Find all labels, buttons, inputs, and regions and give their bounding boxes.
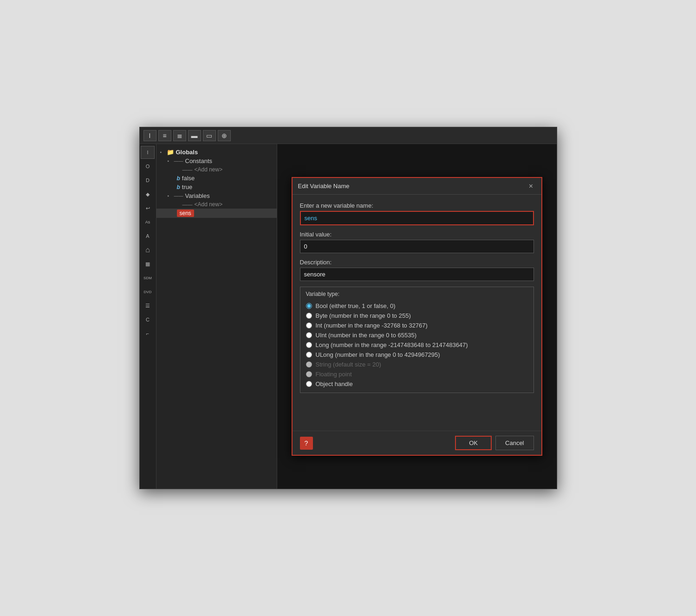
radio-float-input	[306, 371, 312, 377]
variables-label: Variables	[185, 192, 210, 199]
sidebar-icon-c[interactable]: C	[141, 313, 155, 326]
radio-int-input[interactable]	[306, 322, 312, 328]
radio-object-input[interactable]	[306, 381, 312, 387]
toolbar-icon-i[interactable]: I	[143, 130, 156, 141]
variable-name-section: Enter a new variable name:	[300, 202, 534, 225]
description-label: Description:	[300, 259, 534, 266]
edit-variable-dialog: Edit Variable Name × Enter a new variabl…	[292, 177, 542, 456]
tree-add-new-variables[interactable]: —— <Add new>	[156, 200, 277, 209]
initial-value-input[interactable]	[300, 240, 534, 253]
main-area: I O D ◆ ↩ As A ⌂ ▦ SDM DVD ☰ C ⌐ ▪ 📁 Glo…	[140, 144, 557, 489]
radio-uint-label: UInt (number in the range 0 to 65535)	[316, 332, 417, 339]
radio-float-label: Floating point	[316, 371, 352, 378]
sidebar-icon-dvd[interactable]: DVD	[141, 285, 155, 298]
radio-string-label: String (default size = 20)	[316, 361, 381, 368]
radio-string-input	[306, 361, 312, 367]
false-b-icon: b	[177, 175, 180, 182]
radio-ulong[interactable]: ULong (number in the range 0 to 42949672…	[306, 350, 528, 360]
sidebar-icon-i[interactable]: I	[141, 146, 155, 159]
radio-ulong-input[interactable]	[306, 352, 312, 358]
initial-value-section: Initial value:	[300, 231, 534, 253]
radio-byte-label: Byte (number in the range 0 to 255)	[316, 312, 411, 319]
globals-expand-icon: ▪	[160, 150, 166, 155]
sidebar-icon-d[interactable]: D	[141, 174, 155, 187]
true-b-icon: b	[177, 184, 180, 190]
button-group: OK Cancel	[455, 436, 533, 450]
true-label: true	[182, 183, 192, 190]
variables-dash-icon: ——	[174, 193, 183, 198]
add-new-vars-dashes: ——	[182, 202, 193, 207]
toolbar-icon-rect2[interactable]: ▭	[203, 130, 216, 141]
sidebar-icon-o[interactable]: O	[141, 160, 155, 173]
sidebar-icon-lamp[interactable]: ⌂	[141, 243, 155, 256]
constants-expand-icon: ▪	[168, 158, 173, 164]
tree-true[interactable]: b true	[156, 183, 277, 191]
description-section: Description:	[300, 259, 534, 281]
radio-int-label: Int (number in the range -32768 to 32767…	[316, 322, 428, 329]
globals-label: Globals	[176, 149, 198, 156]
ok-button[interactable]: OK	[455, 436, 492, 450]
sidebar-icon-a[interactable]: A	[141, 229, 155, 242]
dialog-content: Enter a new variable name: Initial value…	[293, 195, 541, 431]
sidebar-icon-lines[interactable]: ☰	[141, 299, 155, 312]
work-area: Edit Variable Name × Enter a new variabl…	[277, 144, 557, 489]
description-input[interactable]	[300, 268, 534, 281]
sidebar-icon-sdm[interactable]: SDM	[141, 271, 155, 284]
tree-false[interactable]: b false	[156, 174, 277, 183]
initial-value-label: Initial value:	[300, 231, 534, 238]
tree-sens[interactable]: sens	[156, 209, 277, 218]
dialog-overlay: Edit Variable Name × Enter a new variabl…	[277, 144, 557, 489]
globals-folder-icon: 📁	[167, 149, 174, 156]
radio-byte[interactable]: Byte (number in the range 0 to 255)	[306, 311, 528, 321]
radio-byte-input[interactable]	[306, 313, 312, 319]
toolbar-icon-plus[interactable]: ⊕	[218, 130, 231, 141]
radio-bool-input[interactable]	[306, 303, 312, 309]
radio-uint-input[interactable]	[306, 332, 312, 338]
radio-long[interactable]: Long (number in the range -2147483648 to…	[306, 340, 528, 350]
sidebar-icon-grid1[interactable]: ▦	[141, 257, 155, 270]
add-new-constants-label: <Add new>	[195, 166, 223, 173]
variable-name-label: Enter a new variable name:	[300, 202, 534, 209]
sidebar-icons: I O D ◆ ↩ As A ⌂ ▦ SDM DVD ☰ C ⌐	[140, 144, 156, 489]
cancel-button[interactable]: Cancel	[495, 436, 533, 450]
variables-expand-icon: ▪	[168, 193, 173, 198]
help-button[interactable]: ?	[300, 437, 313, 450]
tree-panel: ▪ 📁 Globals ▪ —— Constants —— <Add new>	[156, 144, 277, 489]
sens-label: sens	[177, 210, 194, 217]
radio-uint[interactable]: UInt (number in the range 0 to 65535)	[306, 330, 528, 340]
sidebar-icon-as[interactable]: As	[141, 216, 155, 229]
variables-row: ▪ —— Variables	[168, 192, 210, 199]
dialog-footer: ? OK Cancel	[293, 431, 541, 455]
radio-long-input[interactable]	[306, 342, 312, 348]
sidebar-icon-cursor[interactable]: ↩	[141, 202, 155, 215]
false-label: false	[182, 175, 195, 182]
radio-float[interactable]: Floating point	[306, 369, 528, 379]
add-new-constants-dashes: ——	[182, 167, 193, 172]
toolbar: I ≡ ≣ ▬ ▭ ⊕	[140, 127, 557, 144]
tree-add-new-constants[interactable]: —— <Add new>	[156, 165, 277, 174]
sidebar-icon-bracket[interactable]: ⌐	[141, 327, 155, 340]
radio-long-label: Long (number in the range -2147483648 to…	[316, 341, 468, 348]
radio-string[interactable]: String (default size = 20)	[306, 360, 528, 369]
constants-dash-icon: ——	[174, 158, 183, 164]
radio-object[interactable]: Object handle	[306, 379, 528, 389]
sidebar-icon-diamond[interactable]: ◆	[141, 188, 155, 201]
radio-bool[interactable]: Bool (either true, 1 or false, 0)	[306, 301, 528, 311]
toolbar-icon-rect1[interactable]: ▬	[188, 130, 201, 141]
tree-constants[interactable]: ▪ —— Constants	[156, 157, 277, 165]
toolbar-icon-list[interactable]: ≡	[158, 130, 171, 141]
constants-row: ▪ —— Constants	[168, 157, 213, 164]
dialog-titlebar: Edit Variable Name ×	[293, 178, 541, 195]
variable-type-legend: Variable type:	[306, 291, 528, 297]
radio-bool-label: Bool (either true, 1 or false, 0)	[316, 302, 396, 309]
dialog-title: Edit Variable Name	[298, 183, 350, 190]
radio-object-label: Object handle	[316, 380, 353, 387]
add-new-variables-label: <Add new>	[195, 201, 223, 208]
variable-name-input[interactable]	[300, 211, 534, 225]
radio-int[interactable]: Int (number in the range -32768 to 32767…	[306, 321, 528, 330]
toolbar-icon-grid[interactable]: ≣	[173, 130, 186, 141]
tree-variables[interactable]: ▪ —— Variables	[156, 191, 277, 200]
dialog-close-button[interactable]: ×	[527, 182, 536, 191]
tree-globals[interactable]: ▪ 📁 Globals	[156, 148, 277, 157]
radio-ulong-label: ULong (number in the range 0 to 42949672…	[316, 351, 440, 358]
